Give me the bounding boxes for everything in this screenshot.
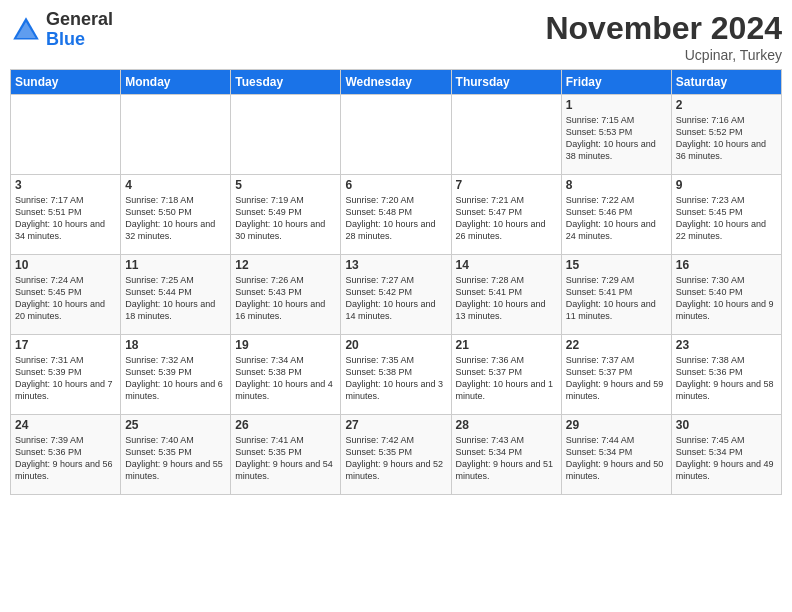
calendar-week-row: 17Sunrise: 7:31 AM Sunset: 5:39 PM Dayli…: [11, 335, 782, 415]
day-number: 30: [676, 418, 777, 432]
day-info: Sunrise: 7:32 AM Sunset: 5:39 PM Dayligh…: [125, 354, 226, 403]
calendar-week-row: 1Sunrise: 7:15 AM Sunset: 5:53 PM Daylig…: [11, 95, 782, 175]
day-number: 17: [15, 338, 116, 352]
day-info: Sunrise: 7:40 AM Sunset: 5:35 PM Dayligh…: [125, 434, 226, 483]
day-info: Sunrise: 7:20 AM Sunset: 5:48 PM Dayligh…: [345, 194, 446, 243]
day-number: 1: [566, 98, 667, 112]
month-title: November 2024: [545, 10, 782, 47]
calendar-cell: 24Sunrise: 7:39 AM Sunset: 5:36 PM Dayli…: [11, 415, 121, 495]
calendar-cell: 3Sunrise: 7:17 AM Sunset: 5:51 PM Daylig…: [11, 175, 121, 255]
calendar-week-row: 10Sunrise: 7:24 AM Sunset: 5:45 PM Dayli…: [11, 255, 782, 335]
day-info: Sunrise: 7:15 AM Sunset: 5:53 PM Dayligh…: [566, 114, 667, 163]
calendar-cell: [121, 95, 231, 175]
calendar-cell: 20Sunrise: 7:35 AM Sunset: 5:38 PM Dayli…: [341, 335, 451, 415]
calendar-cell: 13Sunrise: 7:27 AM Sunset: 5:42 PM Dayli…: [341, 255, 451, 335]
day-info: Sunrise: 7:23 AM Sunset: 5:45 PM Dayligh…: [676, 194, 777, 243]
day-number: 14: [456, 258, 557, 272]
day-number: 6: [345, 178, 446, 192]
day-info: Sunrise: 7:37 AM Sunset: 5:37 PM Dayligh…: [566, 354, 667, 403]
day-number: 11: [125, 258, 226, 272]
logo: General Blue: [10, 10, 113, 50]
day-number: 10: [15, 258, 116, 272]
calendar-cell: 12Sunrise: 7:26 AM Sunset: 5:43 PM Dayli…: [231, 255, 341, 335]
day-info: Sunrise: 7:18 AM Sunset: 5:50 PM Dayligh…: [125, 194, 226, 243]
calendar-cell: 17Sunrise: 7:31 AM Sunset: 5:39 PM Dayli…: [11, 335, 121, 415]
location: Ucpinar, Turkey: [545, 47, 782, 63]
day-number: 12: [235, 258, 336, 272]
day-info: Sunrise: 7:25 AM Sunset: 5:44 PM Dayligh…: [125, 274, 226, 323]
calendar-cell: 18Sunrise: 7:32 AM Sunset: 5:39 PM Dayli…: [121, 335, 231, 415]
day-info: Sunrise: 7:27 AM Sunset: 5:42 PM Dayligh…: [345, 274, 446, 323]
day-number: 7: [456, 178, 557, 192]
day-number: 21: [456, 338, 557, 352]
calendar-cell: 16Sunrise: 7:30 AM Sunset: 5:40 PM Dayli…: [671, 255, 781, 335]
day-info: Sunrise: 7:26 AM Sunset: 5:43 PM Dayligh…: [235, 274, 336, 323]
header-day: Sunday: [11, 70, 121, 95]
day-info: Sunrise: 7:17 AM Sunset: 5:51 PM Dayligh…: [15, 194, 116, 243]
day-number: 9: [676, 178, 777, 192]
page-header: General Blue November 2024 Ucpinar, Turk…: [10, 10, 782, 63]
day-number: 5: [235, 178, 336, 192]
calendar-cell: 19Sunrise: 7:34 AM Sunset: 5:38 PM Dayli…: [231, 335, 341, 415]
day-info: Sunrise: 7:22 AM Sunset: 5:46 PM Dayligh…: [566, 194, 667, 243]
calendar-week-row: 3Sunrise: 7:17 AM Sunset: 5:51 PM Daylig…: [11, 175, 782, 255]
day-info: Sunrise: 7:42 AM Sunset: 5:35 PM Dayligh…: [345, 434, 446, 483]
day-info: Sunrise: 7:41 AM Sunset: 5:35 PM Dayligh…: [235, 434, 336, 483]
calendar-cell: 30Sunrise: 7:45 AM Sunset: 5:34 PM Dayli…: [671, 415, 781, 495]
calendar-cell: 5Sunrise: 7:19 AM Sunset: 5:49 PM Daylig…: [231, 175, 341, 255]
calendar-cell: [341, 95, 451, 175]
header-day: Tuesday: [231, 70, 341, 95]
day-info: Sunrise: 7:34 AM Sunset: 5:38 PM Dayligh…: [235, 354, 336, 403]
header-day: Friday: [561, 70, 671, 95]
calendar-cell: 4Sunrise: 7:18 AM Sunset: 5:50 PM Daylig…: [121, 175, 231, 255]
calendar-cell: [231, 95, 341, 175]
title-area: November 2024 Ucpinar, Turkey: [545, 10, 782, 63]
day-info: Sunrise: 7:35 AM Sunset: 5:38 PM Dayligh…: [345, 354, 446, 403]
day-info: Sunrise: 7:43 AM Sunset: 5:34 PM Dayligh…: [456, 434, 557, 483]
calendar-cell: 29Sunrise: 7:44 AM Sunset: 5:34 PM Dayli…: [561, 415, 671, 495]
calendar-cell: 6Sunrise: 7:20 AM Sunset: 5:48 PM Daylig…: [341, 175, 451, 255]
calendar-cell: 1Sunrise: 7:15 AM Sunset: 5:53 PM Daylig…: [561, 95, 671, 175]
calendar-table: SundayMondayTuesdayWednesdayThursdayFrid…: [10, 69, 782, 495]
day-info: Sunrise: 7:30 AM Sunset: 5:40 PM Dayligh…: [676, 274, 777, 323]
calendar-cell: 26Sunrise: 7:41 AM Sunset: 5:35 PM Dayli…: [231, 415, 341, 495]
day-info: Sunrise: 7:21 AM Sunset: 5:47 PM Dayligh…: [456, 194, 557, 243]
day-number: 24: [15, 418, 116, 432]
day-info: Sunrise: 7:31 AM Sunset: 5:39 PM Dayligh…: [15, 354, 116, 403]
day-number: 27: [345, 418, 446, 432]
day-number: 4: [125, 178, 226, 192]
calendar-cell: 8Sunrise: 7:22 AM Sunset: 5:46 PM Daylig…: [561, 175, 671, 255]
day-number: 16: [676, 258, 777, 272]
calendar-cell: 7Sunrise: 7:21 AM Sunset: 5:47 PM Daylig…: [451, 175, 561, 255]
calendar-cell: 27Sunrise: 7:42 AM Sunset: 5:35 PM Dayli…: [341, 415, 451, 495]
calendar-cell: 10Sunrise: 7:24 AM Sunset: 5:45 PM Dayli…: [11, 255, 121, 335]
calendar-cell: 9Sunrise: 7:23 AM Sunset: 5:45 PM Daylig…: [671, 175, 781, 255]
logo-icon: [10, 14, 42, 46]
day-number: 18: [125, 338, 226, 352]
calendar-cell: 28Sunrise: 7:43 AM Sunset: 5:34 PM Dayli…: [451, 415, 561, 495]
header-day: Monday: [121, 70, 231, 95]
calendar-week-row: 24Sunrise: 7:39 AM Sunset: 5:36 PM Dayli…: [11, 415, 782, 495]
day-info: Sunrise: 7:29 AM Sunset: 5:41 PM Dayligh…: [566, 274, 667, 323]
calendar-cell: 23Sunrise: 7:38 AM Sunset: 5:36 PM Dayli…: [671, 335, 781, 415]
day-info: Sunrise: 7:16 AM Sunset: 5:52 PM Dayligh…: [676, 114, 777, 163]
day-info: Sunrise: 7:45 AM Sunset: 5:34 PM Dayligh…: [676, 434, 777, 483]
day-number: 3: [15, 178, 116, 192]
day-info: Sunrise: 7:44 AM Sunset: 5:34 PM Dayligh…: [566, 434, 667, 483]
day-info: Sunrise: 7:19 AM Sunset: 5:49 PM Dayligh…: [235, 194, 336, 243]
day-number: 29: [566, 418, 667, 432]
day-number: 22: [566, 338, 667, 352]
calendar-body: 1Sunrise: 7:15 AM Sunset: 5:53 PM Daylig…: [11, 95, 782, 495]
header-day: Wednesday: [341, 70, 451, 95]
day-number: 13: [345, 258, 446, 272]
header-day: Saturday: [671, 70, 781, 95]
day-number: 26: [235, 418, 336, 432]
calendar-cell: 2Sunrise: 7:16 AM Sunset: 5:52 PM Daylig…: [671, 95, 781, 175]
day-number: 15: [566, 258, 667, 272]
calendar-cell: 25Sunrise: 7:40 AM Sunset: 5:35 PM Dayli…: [121, 415, 231, 495]
day-number: 8: [566, 178, 667, 192]
day-info: Sunrise: 7:28 AM Sunset: 5:41 PM Dayligh…: [456, 274, 557, 323]
logo-text: General Blue: [46, 10, 113, 50]
calendar-cell: 15Sunrise: 7:29 AM Sunset: 5:41 PM Dayli…: [561, 255, 671, 335]
day-info: Sunrise: 7:39 AM Sunset: 5:36 PM Dayligh…: [15, 434, 116, 483]
